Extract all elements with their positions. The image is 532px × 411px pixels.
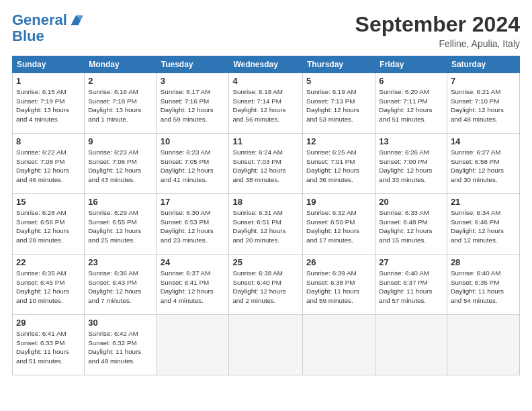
day-info: Sunrise: 6:27 AMSunset: 6:58 PMDaylight:…	[451, 148, 516, 185]
table-row: 29Sunrise: 6:41 AMSunset: 6:33 PMDayligh…	[13, 315, 85, 375]
table-row: 28Sunrise: 6:40 AMSunset: 6:35 PMDayligh…	[447, 255, 519, 315]
col-saturday: Saturday	[447, 56, 519, 73]
col-friday: Friday	[375, 56, 447, 73]
day-info: Sunrise: 6:24 AMSunset: 7:03 PMDaylight:…	[232, 148, 299, 185]
day-info: Sunrise: 6:40 AMSunset: 6:37 PMDaylight:…	[379, 269, 443, 306]
day-number: 21	[451, 197, 516, 207]
day-info: Sunrise: 6:35 AMSunset: 6:45 PMDaylight:…	[16, 269, 81, 306]
calendar-header-row: Sunday Monday Tuesday Wednesday Thursday…	[13, 56, 520, 73]
day-info: Sunrise: 6:42 AMSunset: 6:32 PMDaylight:…	[88, 329, 152, 366]
day-info: Sunrise: 6:16 AMSunset: 7:18 PMDaylight:…	[88, 87, 152, 124]
day-number: 26	[306, 257, 371, 267]
day-info: Sunrise: 6:36 AMSunset: 6:43 PMDaylight:…	[88, 269, 152, 306]
day-info: Sunrise: 6:41 AMSunset: 6:33 PMDaylight:…	[16, 329, 81, 366]
table-row	[447, 315, 519, 375]
day-info: Sunrise: 6:20 AMSunset: 7:11 PMDaylight:…	[379, 87, 443, 124]
logo-text: General	[12, 12, 67, 28]
month-title: September 2024	[355, 12, 520, 37]
page: General Blue September 2024 Felline, Apu…	[0, 0, 532, 411]
subtitle: Felline, Apulia, Italy	[355, 38, 520, 49]
table-row: 13Sunrise: 6:26 AMSunset: 7:00 PMDayligh…	[375, 134, 447, 194]
day-info: Sunrise: 6:29 AMSunset: 6:55 PMDaylight:…	[88, 208, 152, 245]
calendar-week-row-5: 29Sunrise: 6:41 AMSunset: 6:33 PMDayligh…	[13, 315, 520, 375]
day-number: 16	[88, 197, 152, 207]
day-info: Sunrise: 6:26 AMSunset: 7:00 PMDaylight:…	[379, 148, 443, 185]
day-info: Sunrise: 6:23 AMSunset: 7:05 PMDaylight:…	[161, 148, 226, 185]
col-sunday: Sunday	[13, 56, 85, 73]
col-tuesday: Tuesday	[157, 56, 229, 73]
calendar-week-row-4: 22Sunrise: 6:35 AMSunset: 6:45 PMDayligh…	[13, 255, 520, 315]
table-row: 30Sunrise: 6:42 AMSunset: 6:32 PMDayligh…	[85, 315, 157, 375]
day-number: 19	[306, 197, 371, 207]
day-number: 18	[232, 197, 299, 207]
calendar-week-row-1: 1Sunrise: 6:15 AMSunset: 7:19 PMDaylight…	[13, 73, 520, 134]
day-number: 20	[379, 197, 443, 207]
day-info: Sunrise: 6:22 AMSunset: 7:08 PMDaylight:…	[16, 148, 81, 185]
day-number: 28	[451, 257, 516, 267]
day-info: Sunrise: 6:23 AMSunset: 7:06 PMDaylight:…	[88, 148, 152, 185]
day-number: 3	[161, 76, 226, 86]
day-number: 8	[16, 136, 81, 146]
day-number: 24	[161, 257, 226, 267]
day-number: 2	[88, 76, 152, 86]
table-row: 14Sunrise: 6:27 AMSunset: 6:58 PMDayligh…	[447, 134, 519, 194]
table-row: 27Sunrise: 6:40 AMSunset: 6:37 PMDayligh…	[375, 255, 447, 315]
calendar-week-row-2: 8Sunrise: 6:22 AMSunset: 7:08 PMDaylight…	[13, 134, 520, 194]
day-info: Sunrise: 6:34 AMSunset: 6:46 PMDaylight:…	[451, 208, 516, 245]
table-row: 12Sunrise: 6:25 AMSunset: 7:01 PMDayligh…	[303, 134, 375, 194]
table-row: 8Sunrise: 6:22 AMSunset: 7:08 PMDaylight…	[13, 134, 85, 194]
day-info: Sunrise: 6:28 AMSunset: 6:56 PMDaylight:…	[16, 208, 81, 245]
col-wednesday: Wednesday	[229, 56, 303, 73]
day-info: Sunrise: 6:39 AMSunset: 6:38 PMDaylight:…	[306, 269, 371, 306]
day-number: 25	[232, 257, 299, 267]
day-number: 10	[161, 136, 226, 146]
table-row	[229, 315, 303, 375]
table-row: 15Sunrise: 6:28 AMSunset: 6:56 PMDayligh…	[13, 194, 85, 255]
day-number: 12	[306, 136, 371, 146]
day-info: Sunrise: 6:33 AMSunset: 6:48 PMDaylight:…	[379, 208, 443, 245]
table-row: 11Sunrise: 6:24 AMSunset: 7:03 PMDayligh…	[229, 134, 303, 194]
day-number: 11	[232, 136, 299, 146]
day-number: 4	[232, 76, 299, 86]
day-number: 9	[88, 136, 152, 146]
table-row: 9Sunrise: 6:23 AMSunset: 7:06 PMDaylight…	[85, 134, 157, 194]
day-info: Sunrise: 6:25 AMSunset: 7:01 PMDaylight:…	[306, 148, 371, 185]
table-row: 18Sunrise: 6:31 AMSunset: 6:51 PMDayligh…	[229, 194, 303, 255]
table-row: 26Sunrise: 6:39 AMSunset: 6:38 PMDayligh…	[303, 255, 375, 315]
table-row: 1Sunrise: 6:15 AMSunset: 7:19 PMDaylight…	[13, 73, 85, 134]
day-info: Sunrise: 6:15 AMSunset: 7:19 PMDaylight:…	[16, 87, 81, 124]
table-row: 16Sunrise: 6:29 AMSunset: 6:55 PMDayligh…	[85, 194, 157, 255]
day-info: Sunrise: 6:18 AMSunset: 7:14 PMDaylight:…	[232, 87, 299, 124]
calendar-table: Sunday Monday Tuesday Wednesday Thursday…	[12, 56, 520, 375]
day-info: Sunrise: 6:21 AMSunset: 7:10 PMDaylight:…	[451, 87, 516, 124]
day-number: 1	[16, 76, 81, 86]
day-number: 30	[88, 318, 152, 328]
day-info: Sunrise: 6:30 AMSunset: 6:53 PMDaylight:…	[161, 208, 226, 245]
col-thursday: Thursday	[303, 56, 375, 73]
title-block: September 2024 Felline, Apulia, Italy	[355, 12, 520, 49]
day-info: Sunrise: 6:31 AMSunset: 6:51 PMDaylight:…	[232, 208, 299, 245]
logo-icon	[69, 13, 83, 28]
day-number: 29	[16, 318, 81, 328]
day-info: Sunrise: 6:17 AMSunset: 7:16 PMDaylight:…	[161, 87, 226, 124]
table-row: 10Sunrise: 6:23 AMSunset: 7:05 PMDayligh…	[157, 134, 229, 194]
calendar-week-row-3: 15Sunrise: 6:28 AMSunset: 6:56 PMDayligh…	[13, 194, 520, 255]
day-number: 14	[451, 136, 516, 146]
col-monday: Monday	[85, 56, 157, 73]
table-row: 17Sunrise: 6:30 AMSunset: 6:53 PMDayligh…	[157, 194, 229, 255]
table-row: 3Sunrise: 6:17 AMSunset: 7:16 PMDaylight…	[157, 73, 229, 134]
day-info: Sunrise: 6:40 AMSunset: 6:35 PMDaylight:…	[451, 269, 516, 306]
table-row	[375, 315, 447, 375]
table-row: 7Sunrise: 6:21 AMSunset: 7:10 PMDaylight…	[447, 73, 519, 134]
day-number: 23	[88, 257, 152, 267]
table-row: 24Sunrise: 6:37 AMSunset: 6:41 PMDayligh…	[157, 255, 229, 315]
table-row: 19Sunrise: 6:32 AMSunset: 6:50 PMDayligh…	[303, 194, 375, 255]
table-row	[303, 315, 375, 375]
table-row: 21Sunrise: 6:34 AMSunset: 6:46 PMDayligh…	[447, 194, 519, 255]
day-number: 13	[379, 136, 443, 146]
logo-text2: Blue	[12, 28, 44, 44]
table-row: 6Sunrise: 6:20 AMSunset: 7:11 PMDaylight…	[375, 73, 447, 134]
day-number: 22	[16, 257, 81, 267]
day-info: Sunrise: 6:37 AMSunset: 6:41 PMDaylight:…	[161, 269, 226, 306]
table-row: 4Sunrise: 6:18 AMSunset: 7:14 PMDaylight…	[229, 73, 303, 134]
